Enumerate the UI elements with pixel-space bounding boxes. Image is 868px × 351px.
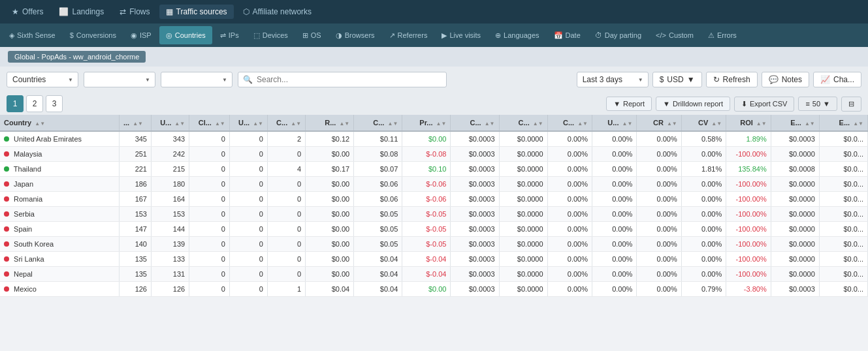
- subnav-browsers[interactable]: ◑ Browsers: [329, 26, 381, 44]
- th-country[interactable]: Country ▲▼: [0, 115, 119, 131]
- th-col2[interactable]: ... ▲▼: [119, 115, 151, 131]
- cell-col2: 135: [119, 252, 151, 267]
- cell-r: $0.00: [306, 207, 354, 222]
- page-3-button[interactable]: 3: [46, 95, 63, 112]
- cell-u2: 0: [229, 207, 267, 222]
- nav-landings[interactable]: ⬜ Landings: [52, 5, 110, 19]
- cell-cv: 0.79%: [681, 282, 726, 297]
- export-csv-button[interactable]: ⬇ Export CSV: [734, 97, 794, 112]
- flag-dot: [4, 136, 9, 142]
- nav-traffic-sources[interactable]: ▦ Traffic sources: [159, 5, 234, 19]
- subnav-devices[interactable]: ⬚ Devices: [247, 26, 295, 44]
- cell-c4: 0.00%: [547, 267, 592, 282]
- cell-u3: 0.00%: [592, 192, 637, 207]
- cell-cost: $0.04: [354, 267, 402, 282]
- sort-cv-icon: ▲▼: [711, 121, 722, 127]
- cell-c3: $0.0000: [499, 267, 547, 282]
- cell-u: 343: [151, 131, 189, 147]
- cell-country: Sri Lanka: [0, 252, 119, 267]
- th-cr[interactable]: CR ▲▼: [637, 115, 681, 131]
- th-e1[interactable]: E... ▲▼: [771, 115, 819, 131]
- cell-cl: 0: [189, 192, 230, 207]
- cell-e2: $0.0...: [819, 282, 867, 297]
- sort-u2-icon: ▲▼: [253, 121, 263, 127]
- th-u3[interactable]: U... ▲▼: [592, 115, 637, 131]
- subnav-languages[interactable]: ⊕ Languages: [489, 26, 545, 44]
- filter1-select[interactable]: [84, 72, 155, 87]
- cell-u2: 0: [229, 237, 267, 252]
- cell-cl: 0: [189, 162, 230, 177]
- table-row: Spain 147 144 0 0 0 $0.00 $0.05 $-0.05 $…: [0, 222, 868, 237]
- th-roi[interactable]: ROI ▲▼: [726, 115, 771, 131]
- table-row: United Arab Emirates 345 343 0 0 2 $0.12…: [0, 131, 868, 147]
- cell-country: South Korea: [0, 237, 119, 252]
- cell-c4: 0.00%: [547, 222, 592, 237]
- cell-e1: $0.0000: [771, 252, 819, 267]
- notes-button[interactable]: 💬 Notes: [762, 72, 809, 87]
- subnav-conversions[interactable]: $ Conversions: [63, 26, 123, 44]
- subnav-isp[interactable]: ◉ ISP: [124, 26, 158, 44]
- top-navigation: ★ Offers ⬜ Landings ⇄ Flows ▦ Traffic so…: [0, 0, 868, 23]
- cell-c4: 0.00%: [547, 162, 592, 177]
- pagination-row: 1 2 3 ▼ Report ▼ Drilldown report ⬇ Expo…: [0, 93, 868, 115]
- th-r[interactable]: R... ▲▼: [306, 115, 354, 131]
- subnav-os[interactable]: ⊞ OS: [296, 26, 328, 44]
- per-page-button[interactable]: ≡ 50 ▼: [798, 97, 837, 111]
- page-2-button[interactable]: 2: [26, 95, 43, 112]
- chart-button[interactable]: 📈 Cha...: [813, 72, 861, 87]
- table-row: South Korea 140 139 0 0 0 $0.00 $0.05 $-…: [0, 237, 868, 252]
- subnav-sixth-sense[interactable]: ◈ Sixth Sense: [3, 26, 62, 44]
- report-icon: ▼: [613, 100, 620, 108]
- subnav-referrers-label: Referrers: [398, 31, 428, 39]
- cell-u: 126: [151, 282, 189, 297]
- th-c3[interactable]: C... ▲▼: [499, 115, 547, 131]
- currency-btn[interactable]: $ USD ▼: [652, 72, 702, 87]
- cell-cv: 0.00%: [681, 252, 726, 267]
- subnav-live-visits[interactable]: ▶ Live visits: [435, 26, 487, 44]
- cell-c2: $0.0003: [451, 162, 499, 177]
- flag-dot: [4, 196, 9, 202]
- th-c2[interactable]: C... ▲▼: [451, 115, 499, 131]
- page-1-button[interactable]: 1: [7, 95, 24, 112]
- cell-e2: $0.0...: [819, 177, 867, 192]
- search-input[interactable]: [238, 72, 447, 87]
- report-button[interactable]: ▼ Report: [606, 97, 652, 111]
- subnav-referrers[interactable]: ↗ Referrers: [383, 26, 434, 44]
- subnav-date[interactable]: 📅 Date: [547, 26, 587, 44]
- nav-offers[interactable]: ★ Offers: [5, 5, 50, 19]
- cell-cl: 0: [189, 267, 230, 282]
- group-by-select[interactable]: Countries: [7, 72, 78, 87]
- th-cost[interactable]: C... ▲▼: [354, 115, 402, 131]
- cell-u2: 0: [229, 252, 267, 267]
- th-pr[interactable]: Pr... ▲▼: [402, 115, 451, 131]
- nav-affiliate-networks[interactable]: ⬡ Affiliate networks: [236, 5, 319, 19]
- th-cl[interactable]: Cl... ▲▼: [189, 115, 230, 131]
- cell-c4: 0.00%: [547, 131, 592, 147]
- filter2-select[interactable]: [161, 72, 233, 87]
- cell-cv: 0.00%: [681, 237, 726, 252]
- drilldown-report-button[interactable]: ▼ Drilldown report: [656, 97, 730, 111]
- cell-roi: 135.84%: [726, 162, 771, 177]
- countries-icon: ◎: [166, 31, 172, 40]
- cell-country: Malaysia: [0, 147, 119, 162]
- cell-roi: -100.00%: [726, 222, 771, 237]
- th-c4[interactable]: C... ▲▼: [547, 115, 592, 131]
- cell-u3: 0.00%: [592, 252, 637, 267]
- subnav-countries[interactable]: ◎ Countries: [159, 26, 212, 44]
- th-u[interactable]: U... ▲▼: [151, 115, 189, 131]
- th-cv[interactable]: CV ▲▼: [681, 115, 726, 131]
- th-c[interactable]: C... ▲▼: [267, 115, 305, 131]
- layout-button[interactable]: ⊟: [841, 97, 861, 112]
- cell-cl: 0: [189, 147, 230, 162]
- th-e2[interactable]: E... ▲▼: [819, 115, 867, 131]
- subnav-errors[interactable]: ⚠ Errors: [701, 26, 743, 44]
- refresh-button[interactable]: ↻ Refresh: [706, 72, 758, 87]
- nav-flows[interactable]: ⇄ Flows: [113, 5, 156, 19]
- subnav-ips[interactable]: ⇌ IPs: [214, 26, 246, 44]
- date-range-select[interactable]: Last 3 days: [577, 72, 649, 87]
- flag-dot: [4, 256, 9, 262]
- subnav-custom[interactable]: </> Custom: [649, 26, 700, 44]
- subnav-day-parting[interactable]: ⏱ Day parting: [588, 26, 648, 44]
- sort-country-icon: ▲▼: [35, 121, 45, 127]
- th-u2[interactable]: U... ▲▼: [229, 115, 267, 131]
